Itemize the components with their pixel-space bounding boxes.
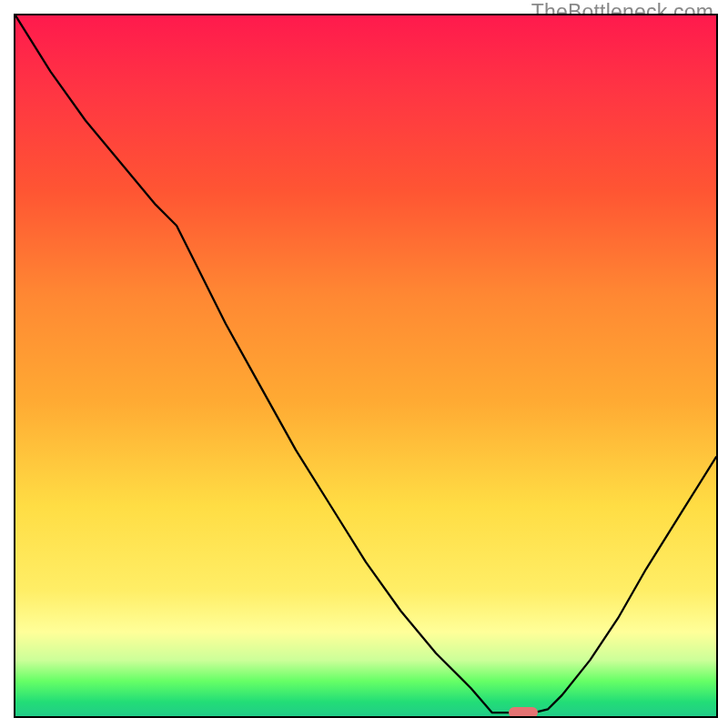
chart-container: TheBottleneck.com bbox=[0, 0, 728, 728]
plot-area bbox=[14, 14, 718, 718]
bottleneck-curve bbox=[15, 15, 716, 716]
optimal-marker bbox=[509, 707, 538, 718]
